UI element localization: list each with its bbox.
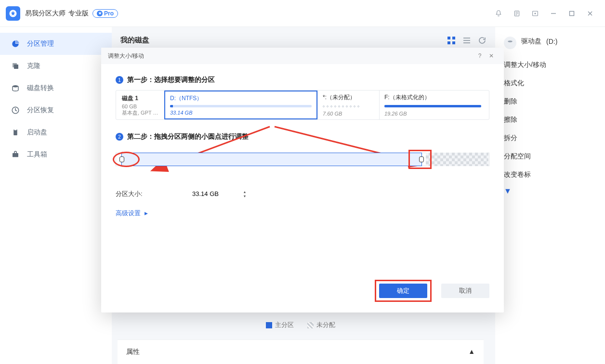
- disk-icon: [11, 83, 20, 93]
- sidebar-item-boot[interactable]: 启动盘: [0, 121, 112, 143]
- dialog-header: 调整大小/移动 ? ✕: [101, 48, 504, 64]
- size-field-row: 分区大小: ▲ ▼: [116, 187, 489, 200]
- sidebar-item-label: 工具箱: [27, 150, 47, 159]
- usb-icon: [11, 128, 20, 137]
- refresh-icon[interactable]: [478, 36, 487, 45]
- clone-icon: [11, 61, 20, 71]
- dialog-footer: 确定 取消: [101, 272, 504, 312]
- size-input-wrapper: ▲ ▼: [188, 187, 249, 200]
- sidebar-item-convert[interactable]: 磁盘转换: [0, 77, 112, 99]
- dialog-body: 1 第一步：选择想要调整的分区 磁盘 1 60 GB 基本盘, GPT … D:…: [101, 64, 504, 272]
- drive-letter: (D:): [546, 38, 557, 45]
- annotation-ok-box-icon: 确定: [375, 280, 432, 302]
- close-icon[interactable]: [581, 4, 599, 23]
- svg-rect-15: [447, 41, 450, 44]
- rb-item-format[interactable]: 格式化: [504, 74, 596, 92]
- partition-f[interactable]: F:（未格式化的） 19.26 GB: [379, 91, 486, 119]
- ok-button[interactable]: 确定: [379, 284, 427, 298]
- maximize-icon[interactable]: [563, 4, 581, 23]
- triangle-right-icon: ▶: [145, 211, 148, 216]
- minimize-icon[interactable]: [544, 4, 563, 23]
- panel-title: 我的磁盘: [120, 36, 149, 45]
- svg-point-10: [13, 85, 18, 88]
- pie-icon: [11, 39, 20, 49]
- legend: 主分区 未分配: [118, 321, 484, 329]
- dialog-title: 调整大小/移动: [108, 52, 144, 60]
- drag-partition[interactable]: [121, 153, 422, 166]
- sidebar-item-label: 克隆: [27, 62, 40, 70]
- svg-rect-13: [13, 153, 18, 157]
- svg-point-3: [535, 13, 536, 14]
- sidebar-item-recovery[interactable]: 分区恢复: [0, 99, 112, 121]
- dialog-close-icon[interactable]: ✕: [486, 52, 497, 59]
- rb-item-wipe[interactable]: 擦除: [504, 111, 596, 129]
- right-panel: 驱动盘 (D:) 调整大小/移动 格式化 删除 擦除 拆分 分配空间 改变卷标 …: [495, 27, 605, 364]
- size-input[interactable]: [188, 188, 241, 200]
- step2-num-icon: 2: [116, 133, 123, 141]
- step1-label: 1 第一步：选择想要调整的分区: [116, 76, 489, 84]
- screen-icon[interactable]: [526, 4, 544, 23]
- help-icon[interactable]: ?: [474, 52, 486, 59]
- app-logo-icon: [6, 6, 20, 21]
- disk-info: 磁盘 1 60 GB 基本盘, GPT …: [116, 91, 164, 119]
- drive-label: 驱动盘: [521, 37, 541, 46]
- rb-item-label[interactable]: 改变卷标: [504, 166, 596, 184]
- sidebar-item-label: 分区恢复: [27, 106, 54, 115]
- rb-more[interactable]: ▼: [504, 187, 596, 195]
- svg-rect-9: [14, 65, 18, 69]
- svg-rect-16: [452, 37, 455, 39]
- attributes-bar[interactable]: 属性 ▲: [118, 339, 484, 364]
- annotation-oval-icon: [113, 152, 140, 167]
- sidebar-item-label: 启动盘: [27, 128, 47, 137]
- sidebar: 分区管理 克隆 磁盘转换 分区恢复 启动盘 工具箱: [0, 27, 112, 364]
- app-title: 易我分区大师: [25, 9, 66, 18]
- resize-dialog: 调整大小/移动 ? ✕ 1 第一步：选择想要调整的分区 磁盘 1 60 GB 基…: [101, 48, 504, 312]
- notification-icon[interactable]: [489, 4, 508, 23]
- svg-rect-5: [570, 11, 574, 15]
- pro-badge: ★Pro: [92, 9, 118, 18]
- titlebar: 易我分区大师 专业版 ★Pro: [0, 0, 605, 27]
- step2-label: 2 第二步：拖拽分区两侧的小圆点进行调整: [116, 132, 489, 141]
- rb-item-resize[interactable]: 调整大小/移动: [504, 56, 596, 74]
- svg-point-21: [508, 40, 512, 42]
- svg-rect-11: [13, 130, 17, 135]
- disk-row: 磁盘 1 60 GB 基本盘, GPT … D:（NTFS） 33.14 GB …: [116, 90, 489, 120]
- view-grid-icon[interactable]: [447, 36, 456, 45]
- drive-icon: [504, 37, 516, 49]
- drag-area: [116, 147, 489, 176]
- partition-unallocated[interactable]: *:（未分配） 7.60 GB: [317, 91, 379, 119]
- advanced-settings-link[interactable]: 高级设置 ▶: [116, 209, 489, 218]
- rb-item-alloc[interactable]: 分配空间: [504, 147, 596, 166]
- note-icon[interactable]: [508, 4, 526, 23]
- spinner-up-icon[interactable]: ▲: [241, 190, 248, 194]
- cancel-button[interactable]: 取消: [441, 284, 489, 298]
- sidebar-item-label: 磁盘转换: [27, 84, 54, 92]
- partition-d[interactable]: D:（NTFS） 33.14 GB: [164, 91, 317, 119]
- svg-rect-12: [14, 129, 17, 130]
- annotation-rect-icon: [408, 150, 432, 169]
- size-label: 分区大小:: [116, 190, 169, 198]
- sidebar-item-clone[interactable]: 克隆: [0, 55, 112, 77]
- sidebar-item-tools[interactable]: 工具箱: [0, 143, 112, 166]
- view-list-icon[interactable]: [462, 36, 471, 45]
- rb-item-delete[interactable]: 删除: [504, 92, 596, 111]
- app-edition: 专业版: [68, 9, 89, 18]
- drag-unallocated: [426, 153, 488, 166]
- chevron-up-icon: ▲: [468, 348, 475, 356]
- sidebar-item-label: 分区管理: [27, 39, 54, 48]
- sidebar-item-partition[interactable]: 分区管理: [0, 33, 112, 55]
- panel-header: 我的磁盘: [120, 36, 487, 45]
- spinner-down-icon[interactable]: ▼: [241, 194, 248, 198]
- svg-rect-17: [452, 41, 455, 44]
- recover-icon: [11, 105, 20, 115]
- toolbox-icon: [11, 150, 20, 159]
- step1-num-icon: 1: [116, 76, 123, 84]
- rb-item-split[interactable]: 拆分: [504, 129, 596, 147]
- svg-rect-14: [447, 37, 450, 39]
